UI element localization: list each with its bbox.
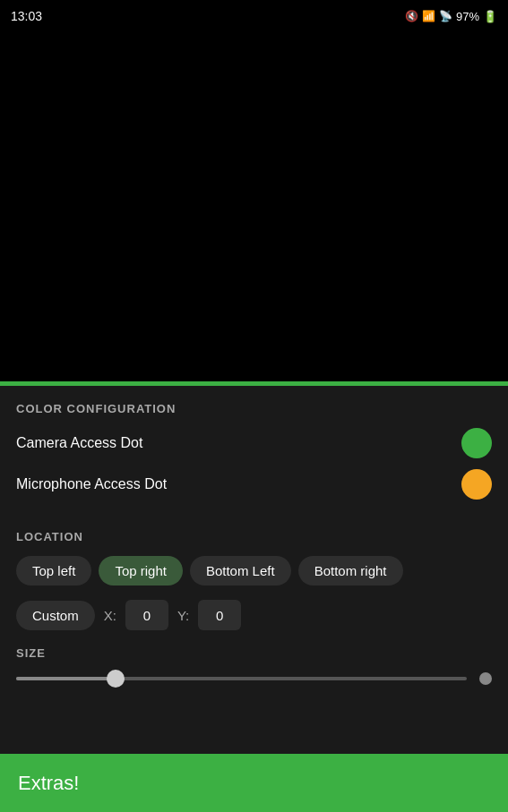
- slider-fill: [16, 677, 116, 680]
- location-buttons: Top left Top right Bottom Left Bottom ri…: [16, 556, 492, 585]
- extras-label: Extras!: [18, 772, 79, 795]
- mic-access-label: Microphone Access Dot: [16, 476, 167, 492]
- size-section: SIZE: [16, 646, 492, 685]
- custom-button[interactable]: Custom: [16, 601, 95, 630]
- bottom-right-button[interactable]: Bottom right: [298, 556, 403, 585]
- location-section: LOCATION Top left Top right Bottom Left …: [16, 530, 492, 630]
- battery-icon: 🔋: [483, 10, 497, 23]
- custom-row: Custom X: Y:: [16, 600, 492, 630]
- y-label: Y:: [177, 608, 189, 623]
- size-slider-row: [16, 672, 492, 685]
- top-left-button[interactable]: Top left: [16, 556, 91, 585]
- camera-preview: [0, 32, 508, 381]
- x-input[interactable]: [125, 600, 168, 630]
- camera-color-dot[interactable]: [461, 428, 492, 458]
- slider-end-dot: [479, 672, 492, 685]
- status-icons: 🔇 📶 📡 97% 🔋: [405, 10, 497, 23]
- size-title: SIZE: [16, 646, 492, 660]
- bottom-left-button[interactable]: Bottom Left: [190, 556, 291, 585]
- status-bar: 13:03 🔇 📶 📡 97% 🔋: [0, 0, 508, 32]
- settings-panel: COLOR CONFIGURATION Camera Access Dot Mi…: [0, 386, 508, 772]
- camera-access-label: Camera Access Dot: [16, 435, 142, 451]
- slider-thumb[interactable]: [107, 670, 125, 688]
- mic-color-dot[interactable]: [461, 469, 492, 500]
- mute-icon: 🔇: [405, 10, 418, 22]
- top-right-button[interactable]: Top right: [99, 556, 183, 585]
- location-title: LOCATION: [16, 530, 492, 543]
- mic-access-row: Microphone Access Dot: [16, 469, 492, 500]
- x-label: X:: [104, 608, 116, 623]
- battery-percent: 97%: [456, 10, 479, 23]
- y-input[interactable]: [198, 600, 241, 630]
- signal-icon: 📡: [439, 10, 452, 22]
- color-config-title: COLOR CONFIGURATION: [16, 402, 492, 415]
- slider-track[interactable]: [16, 677, 467, 680]
- camera-access-row: Camera Access Dot: [16, 428, 492, 458]
- extras-bar[interactable]: Extras!: [0, 754, 508, 812]
- status-time: 13:03: [11, 9, 42, 23]
- wifi-icon: 📶: [422, 10, 435, 22]
